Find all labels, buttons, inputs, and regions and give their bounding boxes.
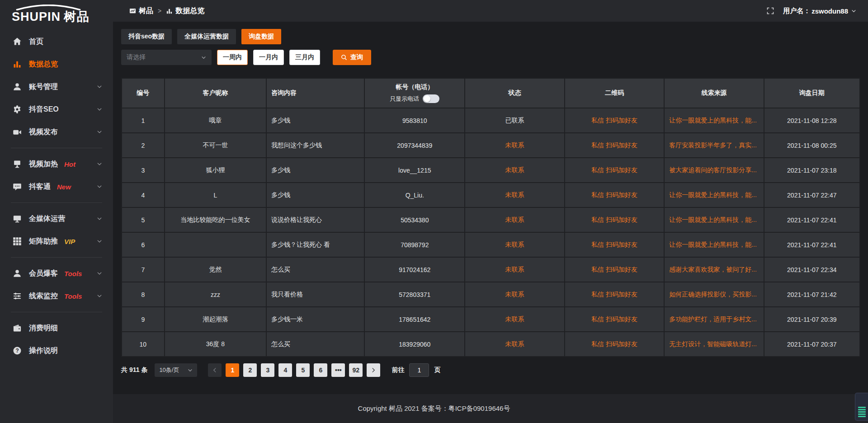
cell-nickname: 36度 8 [165,332,266,357]
cell-nickname [165,232,266,257]
cell-no: 6 [122,232,165,257]
user-menu[interactable]: 用户名：zswodun88 [783,7,856,15]
breadcrumb-label: 数据总览 [175,6,204,16]
tab-inquiry-data[interactable]: 询盘数据 [241,29,281,44]
sidebar-item-label: 操作说明 [29,346,58,356]
qr-link[interactable]: 私信 扫码加好友 [565,257,664,282]
cell-nickname: 潮起潮落 [165,307,266,332]
sidebar-item-home[interactable]: 首页 [0,30,113,53]
monitor-icon [13,214,22,223]
grid-icon [13,237,22,246]
sidebar-item-douyin-seo[interactable]: 抖音SEO [0,98,113,121]
source-link[interactable]: 让你一眼就爱上的黑科技，能... [664,183,764,207]
qr-link[interactable]: 私信 扫码加好友 [565,232,664,257]
cell-nickname: 哦章 [165,108,266,133]
chevron-down-icon [97,216,102,221]
table-row: 9潮起潮落多少钱一米178651642未联系私信 扫码加好友多功能护栏灯，适用于… [122,307,860,332]
qr-link[interactable]: 私信 扫码加好友 [565,207,664,232]
page-button-5[interactable]: 5 [296,363,310,377]
sidebar-item-label: 抖音SEO [29,105,59,114]
qr-link[interactable]: 私信 扫码加好友 [565,133,664,158]
sidebar-item-consume-detail[interactable]: 消费明细 [0,317,113,339]
username-label: 用户名： [783,7,810,15]
source-link[interactable]: 让你一眼就爱上的黑科技，能... [664,207,764,232]
table-row: 4L多少钱Q_Liu.未联系私信 扫码加好友让你一眼就爱上的黑科技，能...20… [122,183,860,207]
cell-status: 未联系 [465,282,564,307]
tab-media-operation-data[interactable]: 全媒体运营数据 [177,29,236,44]
cell-nickname: zzz [165,282,266,307]
qr-link[interactable]: 私信 扫码加好友 [565,158,664,183]
sidebar-item-douketong[interactable]: 抖客通New [0,175,113,198]
sidebar-item-matrix-boost[interactable]: 矩阵助推VIP [0,230,113,253]
breadcrumb-item-current[interactable]: 数据总览 [166,6,204,16]
breadcrumb-label: 树品 [139,6,153,16]
corner-widget[interactable] [855,393,868,421]
sidebar-item-label: 矩阵助推 [29,237,58,246]
sidebar-item-label: 数据总览 [29,60,58,69]
badge-tools: Tools [64,270,82,277]
page-button-4[interactable]: 4 [278,363,292,377]
sidebar-item-account-manage[interactable]: 账号管理 [0,75,113,98]
cell-nickname: 觉然 [165,257,266,282]
sidebar-item-video-publish[interactable]: 视频发布 [0,121,113,143]
source-link[interactable]: 多功能护栏灯，适用于乡村文... [664,307,764,332]
range-button-quarter[interactable]: 三月内 [289,50,320,65]
page-button-92[interactable]: 92 [349,363,363,377]
source-link[interactable]: 被大家追着问的客厅投影分享... [664,158,764,183]
footer: Copyright 树品 2021 备案号：粤ICP备09019646号 [0,394,868,423]
source-link[interactable]: 如何正确选择投影仪，买投影... [664,282,764,307]
page-button-3[interactable]: 3 [261,363,274,377]
table-row: 2不可一世我想问这个多少钱2097344839未联系私信 扫码加好友客厅安装投影… [122,133,860,158]
main-content: 抖音seo数据全媒体运营数据询盘数据 请选择 一周内一月内三月内 查询 编号客户… [113,22,868,423]
source-link[interactable]: 让你一眼就爱上的黑科技，能... [664,232,764,257]
qr-link[interactable]: 私信 扫码加好友 [565,108,664,133]
table-row: 8zzz我只看价格572803371未联系私信 扫码加好友如何正确选择投影仪，买… [122,282,860,307]
range-button-month[interactable]: 一月内 [253,50,284,65]
source-link[interactable]: 让你一眼就爱上的黑科技，能... [664,108,764,133]
sidebar-item-media-operation[interactable]: 全媒体运营 [0,207,113,230]
source-link[interactable]: 感谢大家喜欢我家，被问了好... [664,257,764,282]
page-button-2[interactable]: 2 [243,363,257,377]
breadcrumb-item-home[interactable]: 树品 [129,6,153,16]
next-page-button[interactable] [367,363,380,377]
tab-douyin-seo-data[interactable]: 抖音seo数据 [121,29,172,44]
source-link[interactable]: 客厅安装投影半年多了，真实... [664,133,764,158]
fullscreen-icon[interactable] [767,7,774,14]
prev-page-button[interactable] [208,363,222,377]
sidebar-item-label: 账号管理 [29,82,58,92]
page-ellipsis[interactable]: ••• [331,363,345,377]
qr-link[interactable]: 私信 扫码加好友 [565,183,664,207]
page-size-select[interactable]: 10条/页 [155,363,197,377]
sidebar-item-video-heat[interactable]: 视频加热Hot [0,153,113,175]
phone-toggle[interactable] [423,94,439,103]
chevron-down-icon [97,184,102,189]
chevron-down-icon [97,293,102,299]
cell-status: 未联系 [465,183,564,207]
qr-link[interactable]: 私信 扫码加好友 [565,307,664,332]
page-button-1[interactable]: 1 [226,363,239,377]
source-link[interactable]: 无主灯设计，智能磁吸轨道灯... [664,332,764,357]
range-button-week[interactable]: 一周内 [217,50,248,65]
table-row: 1036度 8怎么买183929060未联系私信 扫码加好友无主灯设计，智能磁吸… [122,332,860,357]
page-button-6[interactable]: 6 [314,363,327,377]
filter-select[interactable]: 请选择 [121,50,212,65]
topbar: 树品 > 数据总览 用户名：zswodun88 [113,0,868,22]
sidebar-item-clue-monitor[interactable]: 线索监控Tools [0,285,113,307]
cell-content: 我想问这个多少钱 [266,133,364,158]
qr-link[interactable]: 私信 扫码加好友 [565,282,664,307]
chevron-down-icon [97,84,102,89]
table-row: 6多少钱？让我死心 看70898792未联系私信 扫码加好友让你一眼就爱上的黑科… [122,232,860,257]
query-button[interactable]: 查询 [333,50,371,65]
sidebar-item-data-overview[interactable]: 数据总览 [0,53,113,75]
sidebar-item-op-guide[interactable]: ?操作说明 [0,339,113,362]
pagination: 共 911 条 10条/页 123456•••92 前往 页 [121,363,860,377]
sidebar-item-member-baoke[interactable]: 会员爆客Tools [0,262,113,285]
cell-content: 怎么买 [266,257,364,282]
sidebar-divider [11,257,102,258]
qr-link[interactable]: 私信 扫码加好友 [565,332,664,357]
badge-vip: VIP [64,238,75,245]
cell-account: 183929060 [364,332,465,357]
goto-page-input[interactable] [409,363,429,377]
table-row: 7觉然怎么买917024162未联系私信 扫码加好友感谢大家喜欢我家，被问了好.… [122,257,860,282]
cell-account: 2097344839 [364,133,465,158]
